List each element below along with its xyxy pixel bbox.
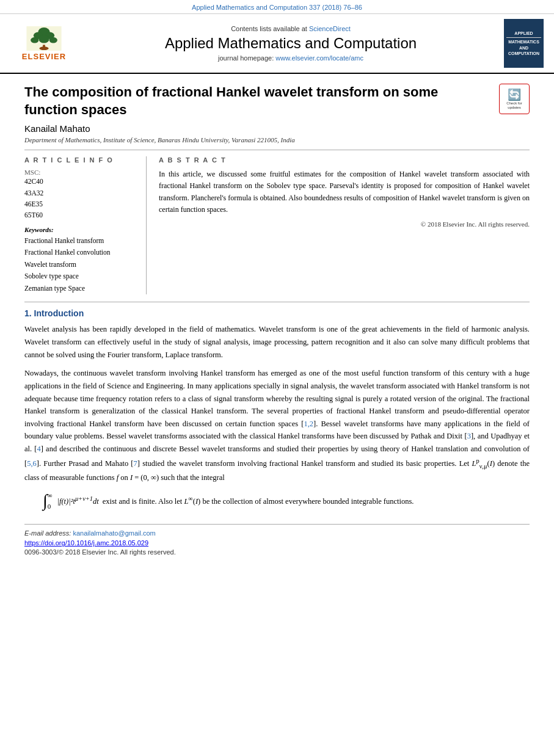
article-info-column: A R T I C L E I N F O MSC: 42C40 43A32 4… <box>24 156 147 294</box>
svg-point-6 <box>38 35 49 43</box>
journal-homepage-link[interactable]: www.elsevier.com/locate/amc <box>275 54 363 62</box>
upper-bound: ∞ <box>48 490 53 501</box>
ref-4: 4 <box>37 445 41 453</box>
email-link[interactable]: kanailalmahato@gmail.com <box>73 529 155 537</box>
abstract-text: In this article, we discussed some fruit… <box>159 169 530 216</box>
elsevier-brand-text: ELSEVIER <box>22 52 66 61</box>
author-affiliation: Department of Mathematics, Institute of … <box>24 136 530 144</box>
keyword-4: Sobolev type space <box>24 271 136 283</box>
article-title-section: The composition of fractional Hankel wav… <box>24 84 530 118</box>
intro-paragraph-1: Wavelet analysis has been rapidly develo… <box>24 323 530 361</box>
footer-area: E-mail address: kanailalmahato@gmail.com… <box>24 524 530 556</box>
integral-bounds: ∞ 0 <box>48 490 53 512</box>
cover-divider <box>506 37 541 38</box>
journal-header-center: Contents lists available at ScienceDirec… <box>87 19 495 68</box>
msc-code-1: 42C40 <box>24 176 136 187</box>
keyword-2: Fractional Hankel convolution <box>24 247 136 259</box>
journal-header: ELSEVIER Contents lists available at Sci… <box>0 14 554 74</box>
issn-line: 0096-3003/© 2018 Elsevier Inc. All right… <box>24 548 530 556</box>
keywords-label: Keywords: <box>24 226 136 233</box>
elsevier-tree-icon <box>26 26 62 51</box>
doi-link[interactable]: https://doi.org/10.1016/j.amc.2018.05.02… <box>24 539 148 547</box>
keyword-3: Wavelet transform <box>24 259 136 271</box>
svg-point-8 <box>39 46 48 50</box>
math-f: f <box>117 473 118 482</box>
contents-available-line: Contents lists available at ScienceDirec… <box>231 25 351 32</box>
msc-codes-list: 42C40 43A32 46E35 65T60 <box>24 176 136 221</box>
article-info-label: A R T I C L E I N F O <box>24 156 136 164</box>
divider-2 <box>24 302 530 302</box>
cover-text-math: MATHEMATICS <box>508 39 539 45</box>
msc-code-4: 65T60 <box>24 209 136 220</box>
cover-text-applied: APPLIED <box>514 31 533 36</box>
journal-top-bar: Applied Mathematics and Computation 337 … <box>0 0 554 14</box>
keyword-5: Zemanian type Space <box>24 283 136 295</box>
abstract-label: A B S T R A C T <box>159 156 530 164</box>
ref-7: 7 <box>134 459 137 468</box>
journal-homepage-line: journal homepage: www.elsevier.com/locat… <box>218 54 363 62</box>
intro-paragraph-3: ∫ ∞ 0 |f(t)|²tμ+ν+1dt exist and is finit… <box>43 490 530 512</box>
integral-conclusion: exist and is finite. Also let L∞(I) be t… <box>103 493 414 508</box>
ref-3: 3 <box>467 432 471 440</box>
check-updates-badge: 🔄 Check for updates <box>499 84 530 114</box>
main-content: The composition of fractional Hankel wav… <box>0 74 554 565</box>
elsevier-logo-section: ELSEVIER <box>7 19 81 68</box>
article-title: The composition of fractional Hankel wav… <box>24 84 492 118</box>
journal-cover-image: APPLIED MATHEMATICS AND COMPUTATION <box>504 19 544 68</box>
intro-paragraph-2: Nowadays, the continuous wavelet transfo… <box>24 367 530 484</box>
ref-1: 1,2 <box>304 420 313 428</box>
math-sub: ν,μ <box>479 462 487 469</box>
doi-line: https://doi.org/10.1016/j.amc.2018.05.02… <box>24 539 530 547</box>
check-updates-text: Check for updates <box>500 101 529 110</box>
sciencedirect-link[interactable]: ScienceDirect <box>309 25 351 32</box>
math-I: I <box>490 459 492 468</box>
author-name: Kanailal Mahato <box>24 123 530 134</box>
math-I2: I <box>130 473 133 482</box>
keywords-list: Fractional Hankel transform Fractional H… <box>24 235 136 295</box>
abstract-column: A B S T R A C T In this article, we disc… <box>159 156 530 294</box>
keyword-1: Fractional Hankel transform <box>24 235 136 247</box>
divider-1 <box>24 150 530 150</box>
email-label: E-mail address: <box>24 529 73 537</box>
msc-label: MSC: <box>24 169 136 176</box>
and-text: and <box>478 432 489 440</box>
journal-citation: Applied Mathematics and Computation 337 … <box>192 4 362 11</box>
svg-point-5 <box>49 37 57 43</box>
article-info-abstract-section: A R T I C L E I N F O MSC: 42C40 43A32 4… <box>24 156 530 294</box>
copyright-line: © 2018 Elsevier Inc. All rights reserved… <box>159 220 530 228</box>
introduction-heading: 1. Introduction <box>24 308 530 318</box>
email-line: E-mail address: kanailalmahato@gmail.com <box>24 529 530 537</box>
integral-body: |f(t)|²tμ+ν+1dt <box>57 493 99 508</box>
journal-cover-section: APPLIED MATHEMATICS AND COMPUTATION <box>501 19 547 68</box>
elsevier-logo: ELSEVIER <box>13 25 75 62</box>
svg-point-4 <box>31 37 38 43</box>
introduction-section: 1. Introduction Wavelet analysis has bee… <box>24 308 530 512</box>
lower-bound: 0 <box>48 501 53 512</box>
journal-name: Applied Mathematics and Computation <box>165 35 417 52</box>
cover-text-and: AND <box>519 45 528 51</box>
check-updates-icon: 🔄 <box>508 88 521 101</box>
cover-text-computation: COMPUTATION <box>508 51 539 56</box>
msc-code-3: 46E35 <box>24 198 136 209</box>
msc-code-2: 43A32 <box>24 187 136 198</box>
ref-56: 5,6 <box>27 459 37 468</box>
integral-symbol: ∫ <box>43 492 48 509</box>
